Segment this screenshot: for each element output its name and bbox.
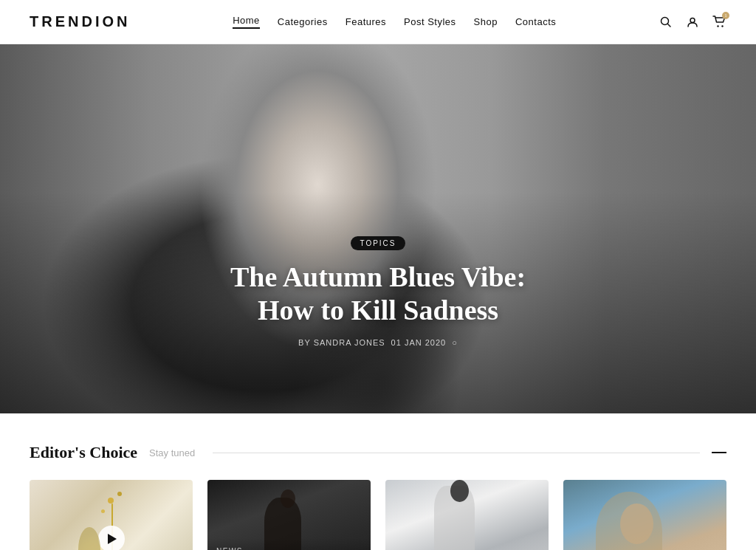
nav-item-features[interactable]: Features: [346, 16, 386, 27]
cart-badge: 1: [722, 12, 729, 19]
card-2-overlay: NEWS The Best Clothing Brand Commercial: [207, 538, 371, 551]
card-2-category-overlay: NEWS: [216, 547, 362, 551]
hero-comments-icon: ○: [452, 338, 458, 347]
site-header: TRENDION Home Categories Features Post S…: [0, 0, 756, 44]
card-4[interactable]: NEWS Simple Rules of Happy and Healthy L…: [563, 480, 726, 550]
editors-choice-header: Editor's Choice Stay tuned: [30, 443, 726, 462]
nav-item-categories[interactable]: Categories: [278, 16, 328, 27]
nav-item-home[interactable]: Home: [233, 15, 260, 29]
hero-section: TOPICS The Autumn Blues Vibe:How to Kill…: [0, 44, 756, 413]
play-triangle-icon: [108, 534, 117, 544]
site-logo[interactable]: TRENDION: [30, 13, 130, 30]
hero-tag[interactable]: TOPICS: [351, 236, 405, 250]
hero-date: 01 JAN 2020: [391, 338, 447, 347]
card-1-image: [30, 480, 193, 550]
hero-author: BY SANDRA JONES: [298, 338, 385, 347]
card-2[interactable]: NEWS The Best Clothing Brand Commercial: [207, 480, 371, 550]
editors-choice-title: Editor's Choice: [30, 443, 137, 462]
hero-meta: BY SANDRA JONES 01 JAN 2020 ○: [157, 338, 599, 347]
editors-choice-dash: [712, 452, 726, 453]
hero-title[interactable]: The Autumn Blues Vibe:How to Kill Sadnes…: [157, 261, 599, 328]
svg-point-3: [717, 25, 718, 27]
svg-point-4: [721, 25, 723, 27]
nav-item-shop[interactable]: Shop: [474, 16, 498, 27]
user-button[interactable]: [685, 15, 700, 30]
editors-choice-section: Editor's Choice Stay tuned NEWS Trending…: [0, 413, 756, 550]
hero-content: TOPICS The Autumn Blues Vibe:How to Kill…: [157, 236, 599, 347]
decorative-dot3: [101, 509, 105, 513]
card-3[interactable]: NEWS New Advertisement Agencies in Europ…: [385, 480, 549, 550]
header-icons: 1: [659, 15, 726, 30]
main-nav: Home Categories Features Post Styles Sho…: [233, 15, 556, 29]
svg-line-1: [667, 24, 670, 27]
svg-point-2: [690, 18, 695, 22]
card-1-play-button[interactable]: [98, 526, 125, 550]
card-2-image: NEWS The Best Clothing Brand Commercial: [207, 480, 371, 550]
cards-grid: NEWS Trending Photos on the Internet thi…: [30, 480, 726, 550]
decorative-dot1: [108, 498, 114, 503]
decorative-dot2: [117, 492, 122, 496]
nav-item-post-styles[interactable]: Post Styles: [404, 16, 456, 27]
card-4-image: [563, 480, 726, 550]
card-3-image: [385, 480, 549, 550]
editors-choice-divider: [213, 453, 700, 453]
cart-button[interactable]: 1: [712, 15, 726, 30]
search-button[interactable]: [659, 15, 673, 30]
nav-item-contacts[interactable]: Contacts: [515, 16, 556, 27]
editors-choice-subtitle: Stay tuned: [149, 447, 195, 458]
card-1[interactable]: NEWS Trending Photos on the Internet thi…: [30, 480, 193, 550]
